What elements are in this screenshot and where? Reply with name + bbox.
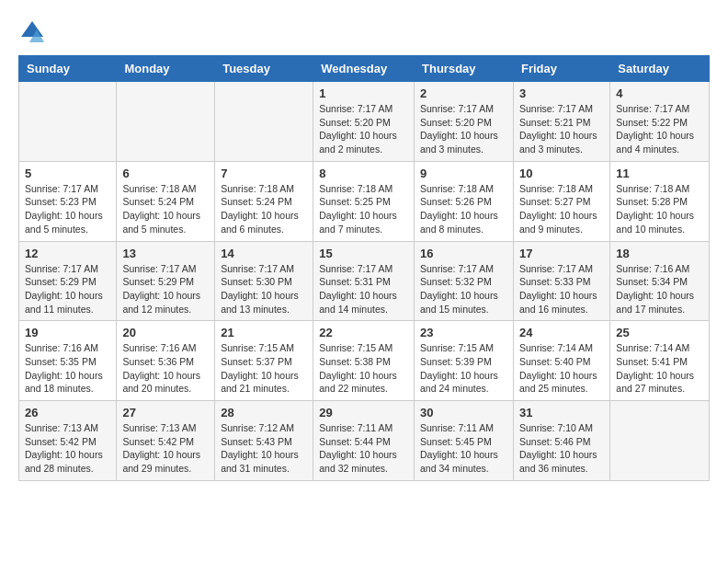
calendar-cell: 8Sunrise: 7:18 AM Sunset: 5:25 PM Daylig… bbox=[313, 161, 415, 241]
calendar-cell: 16Sunrise: 7:17 AM Sunset: 5:32 PM Dayli… bbox=[415, 241, 514, 321]
day-detail: Sunrise: 7:11 AM Sunset: 5:45 PM Dayligh… bbox=[420, 421, 507, 476]
calendar-cell: 1Sunrise: 7:17 AM Sunset: 5:20 PM Daylig… bbox=[313, 82, 415, 162]
day-detail: Sunrise: 7:17 AM Sunset: 5:31 PM Dayligh… bbox=[319, 262, 408, 316]
day-number: 26 bbox=[25, 406, 110, 419]
calendar-cell: 18Sunrise: 7:16 AM Sunset: 5:34 PM Dayli… bbox=[610, 241, 710, 321]
calendar-header-row: SundayMondayTuesdayWednesdayThursdayFrid… bbox=[19, 56, 710, 82]
day-number: 22 bbox=[319, 326, 408, 339]
day-detail: Sunrise: 7:18 AM Sunset: 5:25 PM Dayligh… bbox=[319, 182, 408, 236]
day-number: 23 bbox=[420, 326, 507, 339]
day-number: 15 bbox=[319, 247, 408, 260]
calendar-cell: 15Sunrise: 7:17 AM Sunset: 5:31 PM Dayli… bbox=[313, 241, 415, 321]
calendar-cell: 9Sunrise: 7:18 AM Sunset: 5:26 PM Daylig… bbox=[415, 161, 514, 241]
day-detail: Sunrise: 7:12 AM Sunset: 5:43 PM Dayligh… bbox=[221, 421, 307, 476]
calendar-cell bbox=[117, 82, 215, 162]
calendar-cell: 24Sunrise: 7:14 AM Sunset: 5:40 PM Dayli… bbox=[513, 321, 609, 401]
day-detail: Sunrise: 7:17 AM Sunset: 5:32 PM Dayligh… bbox=[420, 262, 507, 316]
calendar-cell: 6Sunrise: 7:18 AM Sunset: 5:24 PM Daylig… bbox=[117, 161, 215, 241]
day-number: 3 bbox=[519, 86, 604, 100]
day-number: 7 bbox=[221, 167, 307, 180]
day-detail: Sunrise: 7:16 AM Sunset: 5:35 PM Dayligh… bbox=[25, 341, 110, 396]
logo bbox=[18, 18, 50, 46]
day-number: 2 bbox=[420, 86, 507, 100]
header-wednesday: Wednesday bbox=[313, 56, 415, 82]
calendar-cell bbox=[610, 401, 710, 481]
calendar-cell: 19Sunrise: 7:16 AM Sunset: 5:35 PM Dayli… bbox=[19, 321, 117, 401]
calendar-cell: 31Sunrise: 7:10 AM Sunset: 5:46 PM Dayli… bbox=[513, 401, 609, 481]
day-number: 5 bbox=[25, 167, 110, 180]
logo-icon bbox=[18, 18, 46, 46]
calendar-cell: 25Sunrise: 7:14 AM Sunset: 5:41 PM Dayli… bbox=[610, 321, 710, 401]
day-detail: Sunrise: 7:17 AM Sunset: 5:20 PM Dayligh… bbox=[420, 102, 507, 156]
day-detail: Sunrise: 7:15 AM Sunset: 5:39 PM Dayligh… bbox=[420, 341, 507, 396]
calendar-cell: 29Sunrise: 7:11 AM Sunset: 5:44 PM Dayli… bbox=[313, 401, 415, 481]
calendar-cell: 7Sunrise: 7:18 AM Sunset: 5:24 PM Daylig… bbox=[215, 161, 313, 241]
day-detail: Sunrise: 7:14 AM Sunset: 5:41 PM Dayligh… bbox=[616, 341, 703, 396]
calendar-cell: 3Sunrise: 7:17 AM Sunset: 5:21 PM Daylig… bbox=[513, 82, 609, 162]
day-number: 30 bbox=[420, 406, 507, 419]
calendar-cell: 22Sunrise: 7:15 AM Sunset: 5:38 PM Dayli… bbox=[313, 321, 415, 401]
header-friday: Friday bbox=[513, 56, 609, 82]
day-number: 25 bbox=[616, 326, 703, 339]
day-detail: Sunrise: 7:17 AM Sunset: 5:29 PM Dayligh… bbox=[25, 262, 110, 316]
calendar-cell: 23Sunrise: 7:15 AM Sunset: 5:39 PM Dayli… bbox=[415, 321, 514, 401]
day-number: 27 bbox=[122, 406, 209, 419]
calendar-cell: 26Sunrise: 7:13 AM Sunset: 5:42 PM Dayli… bbox=[19, 401, 117, 481]
calendar-week-row: 19Sunrise: 7:16 AM Sunset: 5:35 PM Dayli… bbox=[19, 321, 710, 401]
calendar-week-row: 5Sunrise: 7:17 AM Sunset: 5:23 PM Daylig… bbox=[19, 161, 710, 241]
day-number: 19 bbox=[25, 326, 110, 339]
header-thursday: Thursday bbox=[415, 56, 514, 82]
day-detail: Sunrise: 7:15 AM Sunset: 5:37 PM Dayligh… bbox=[221, 341, 307, 396]
day-number: 24 bbox=[519, 326, 604, 339]
calendar-cell: 28Sunrise: 7:12 AM Sunset: 5:43 PM Dayli… bbox=[215, 401, 313, 481]
day-detail: Sunrise: 7:18 AM Sunset: 5:28 PM Dayligh… bbox=[616, 182, 703, 236]
calendar-cell: 20Sunrise: 7:16 AM Sunset: 5:36 PM Dayli… bbox=[117, 321, 215, 401]
day-detail: Sunrise: 7:17 AM Sunset: 5:21 PM Dayligh… bbox=[519, 102, 604, 156]
day-number: 8 bbox=[319, 167, 408, 180]
calendar-cell: 17Sunrise: 7:17 AM Sunset: 5:33 PM Dayli… bbox=[513, 241, 609, 321]
day-number: 20 bbox=[122, 326, 209, 339]
day-number: 29 bbox=[319, 406, 408, 419]
day-detail: Sunrise: 7:17 AM Sunset: 5:29 PM Dayligh… bbox=[122, 262, 209, 316]
calendar-cell bbox=[215, 82, 313, 162]
day-detail: Sunrise: 7:17 AM Sunset: 5:20 PM Dayligh… bbox=[319, 102, 408, 156]
day-number: 10 bbox=[519, 167, 604, 180]
day-detail: Sunrise: 7:15 AM Sunset: 5:38 PM Dayligh… bbox=[319, 341, 408, 396]
day-number: 17 bbox=[519, 247, 604, 260]
day-detail: Sunrise: 7:11 AM Sunset: 5:44 PM Dayligh… bbox=[319, 421, 408, 476]
day-number: 28 bbox=[221, 406, 307, 419]
calendar-cell: 21Sunrise: 7:15 AM Sunset: 5:37 PM Dayli… bbox=[215, 321, 313, 401]
day-number: 9 bbox=[420, 167, 507, 180]
day-detail: Sunrise: 7:13 AM Sunset: 5:42 PM Dayligh… bbox=[122, 421, 209, 476]
page-header bbox=[18, 18, 710, 46]
svg-marker-0 bbox=[21, 21, 43, 37]
day-number: 4 bbox=[616, 86, 703, 100]
day-detail: Sunrise: 7:14 AM Sunset: 5:40 PM Dayligh… bbox=[519, 341, 604, 396]
day-number: 21 bbox=[221, 326, 307, 339]
calendar-week-row: 12Sunrise: 7:17 AM Sunset: 5:29 PM Dayli… bbox=[19, 241, 710, 321]
calendar-week-row: 1Sunrise: 7:17 AM Sunset: 5:20 PM Daylig… bbox=[19, 82, 710, 162]
calendar-cell: 4Sunrise: 7:17 AM Sunset: 5:22 PM Daylig… bbox=[610, 82, 710, 162]
day-number: 6 bbox=[122, 167, 209, 180]
calendar-week-row: 26Sunrise: 7:13 AM Sunset: 5:42 PM Dayli… bbox=[19, 401, 710, 481]
day-number: 31 bbox=[519, 406, 604, 419]
calendar-cell: 27Sunrise: 7:13 AM Sunset: 5:42 PM Dayli… bbox=[117, 401, 215, 481]
day-detail: Sunrise: 7:16 AM Sunset: 5:36 PM Dayligh… bbox=[122, 341, 209, 396]
calendar-cell: 10Sunrise: 7:18 AM Sunset: 5:27 PM Dayli… bbox=[513, 161, 609, 241]
calendar-table: SundayMondayTuesdayWednesdayThursdayFrid… bbox=[18, 55, 710, 481]
header-monday: Monday bbox=[117, 56, 215, 82]
header-sunday: Sunday bbox=[19, 56, 117, 82]
day-number: 14 bbox=[221, 247, 307, 260]
day-number: 12 bbox=[25, 247, 110, 260]
calendar-cell bbox=[19, 82, 117, 162]
day-detail: Sunrise: 7:18 AM Sunset: 5:27 PM Dayligh… bbox=[519, 182, 604, 236]
day-detail: Sunrise: 7:18 AM Sunset: 5:26 PM Dayligh… bbox=[420, 182, 507, 236]
day-detail: Sunrise: 7:10 AM Sunset: 5:46 PM Dayligh… bbox=[519, 421, 604, 476]
calendar-cell: 30Sunrise: 7:11 AM Sunset: 5:45 PM Dayli… bbox=[415, 401, 514, 481]
day-number: 1 bbox=[319, 86, 408, 100]
day-detail: Sunrise: 7:13 AM Sunset: 5:42 PM Dayligh… bbox=[25, 421, 110, 476]
day-detail: Sunrise: 7:17 AM Sunset: 5:30 PM Dayligh… bbox=[221, 262, 307, 316]
day-number: 13 bbox=[122, 247, 209, 260]
day-detail: Sunrise: 7:17 AM Sunset: 5:23 PM Dayligh… bbox=[25, 182, 110, 236]
day-number: 18 bbox=[616, 247, 703, 260]
